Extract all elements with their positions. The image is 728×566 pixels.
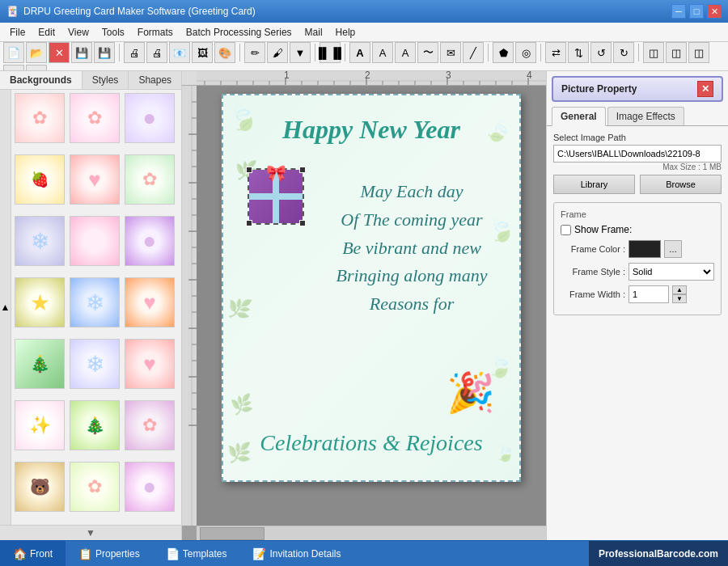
thumbnail-20[interactable] [70,462,120,512]
thumbnail-15[interactable] [125,339,175,389]
tb-wave[interactable]: 〜 [417,42,438,63]
tb-rot-l[interactable]: ↺ [590,42,612,63]
thumbnail-10[interactable] [15,277,65,327]
thumbnail-12[interactable] [125,277,175,327]
tb-email[interactable]: 📧 [169,42,190,63]
statusbar-tab-front[interactable]: 🏠 Front [0,541,66,567]
gift-image[interactable]: 🎀 [248,168,304,225]
tb-envelope[interactable]: ✉ [440,42,461,63]
thumbnail-2[interactable] [70,93,120,143]
show-frame-label: Show Frame: [574,224,632,235]
thumbnail-4[interactable] [15,154,65,205]
tb-img[interactable]: 🖼 [192,42,213,63]
frame-section: Frame Show Frame: Frame Color : … Frame … [553,202,722,315]
tab-image-effects[interactable]: Image Effects [607,107,684,125]
tb-flip-h[interactable]: ⇄ [545,42,566,63]
tb-align2[interactable]: ◫ [666,42,687,63]
tb-print[interactable]: 🖨 [124,42,145,63]
thumbnail-18[interactable] [125,400,175,450]
front-label: Front [30,548,53,560]
show-frame-checkbox[interactable] [561,225,571,235]
toolbar-sep-5 [488,44,489,61]
tb-pencil[interactable]: ✏ [244,42,265,63]
thumbnail-6[interactable] [125,154,175,205]
thumbnail-8[interactable] [70,216,120,266]
tb-brush[interactable]: 🖌 [267,42,288,63]
menu-edit[interactable]: Edit [32,25,61,40]
statusbar-tab-templates[interactable]: 📄 Templates [153,541,240,567]
frame-section-title: Frame [561,209,714,219]
frame-color-swatch[interactable] [629,240,661,258]
thumbnail-3[interactable] [125,93,175,143]
tb-close[interactable]: ✕ [49,42,70,63]
image-path-input[interactable] [553,145,722,163]
scroll-up-btn[interactable]: ▲ [0,90,11,525]
tab-backgrounds[interactable]: Backgrounds [0,71,83,89]
tb-flip-v[interactable]: ⇅ [568,42,589,63]
tb-color[interactable]: 🎨 [214,42,235,63]
tb-barcode[interactable]: ▐▌▐▌ [320,42,341,63]
scroll-down-arrow[interactable]: ▼ [0,525,181,540]
greeting-card[interactable]: 🍃 🍃 🌿 🍃 🌿 🍃 🌿 🍃 🌿 Happy New Year [222,94,521,482]
close-button[interactable]: ✕ [707,4,722,19]
tab-styles[interactable]: Styles [83,71,129,89]
thumbnail-11[interactable] [70,277,120,327]
browse-button[interactable]: Browse [640,175,722,194]
tb-save2[interactable]: 💾 [94,42,115,63]
title-controls[interactable]: ─ □ ✕ [671,4,722,19]
frame-width-input[interactable] [629,285,669,303]
thumbnail-19[interactable] [15,462,65,512]
tb-save[interactable]: 💾 [71,42,92,63]
svg-text:4: 4 [527,71,532,81]
statusbar-tab-invitation[interactable]: 📝 Invitation Details [239,541,353,567]
menu-batch[interactable]: Batch Processing Series [180,25,298,40]
svg-rect-0 [197,71,546,86]
tb-grid[interactable]: ⊞ [26,65,47,71]
menu-view[interactable]: View [61,25,95,40]
tb-align3[interactable]: ◫ [688,42,709,63]
tb-arrow-drop[interactable]: ▼ [290,42,311,63]
menu-mail[interactable]: Mail [298,25,329,40]
frame-width-up[interactable]: ▲ [672,285,687,294]
thumbnail-5[interactable] [70,154,120,205]
properties-label: Properties [95,548,140,560]
thumbnail-14[interactable] [70,339,120,389]
menu-file[interactable]: File [3,25,32,40]
tb-align1[interactable]: ◫ [643,42,664,63]
tb-line[interactable]: ╱ [463,42,484,63]
tb-new[interactable]: 📄 [3,42,24,63]
tab-general[interactable]: General [552,107,606,126]
tb-shape1[interactable]: ⬟ [493,42,514,63]
tb-align4[interactable]: ◧ [3,65,24,71]
thumbnail-16[interactable] [15,400,65,450]
frame-color-pick-button[interactable]: … [664,240,682,258]
property-close-button[interactable]: ✕ [697,81,713,97]
tb-open[interactable]: 📂 [26,42,47,63]
tb-text2[interactable]: A [372,42,393,63]
tb-text[interactable]: A [349,42,370,63]
minimize-button[interactable]: ─ [671,4,686,19]
tab-shapes[interactable]: Shapes [129,71,182,89]
frame-width-down[interactable]: ▼ [672,294,687,303]
thumbnail-13[interactable] [15,339,65,389]
tb-text3[interactable]: A [395,42,416,63]
tb-print2[interactable]: 🖨 [146,42,167,63]
statusbar-tab-properties[interactable]: 📋 Properties [66,541,153,567]
thumbnail-7[interactable] [15,216,65,266]
app-icon: 🃏 [6,6,19,17]
thumbnail-9[interactable] [125,216,175,266]
tb-rot-r[interactable]: ↻ [613,42,634,63]
thumbnail-1[interactable] [15,93,65,143]
menu-formats[interactable]: Formats [131,25,180,40]
library-button[interactable]: Library [553,175,635,194]
menu-tools[interactable]: Tools [95,25,131,40]
thumbnail-21[interactable] [125,462,175,512]
thumbnail-17[interactable] [70,400,120,450]
frame-style-select[interactable]: Solid Dash Dot DashDot [629,263,714,281]
maximize-button[interactable]: □ [689,4,704,19]
app-title: DRPU Greeting Card Maker Software (Greet… [23,6,256,17]
card-line-2: Of The coming year [312,208,511,233]
tb-shape2[interactable]: ◎ [515,42,536,63]
horizontal-scrollbar[interactable] [197,526,546,540]
menu-help[interactable]: Help [329,25,362,40]
